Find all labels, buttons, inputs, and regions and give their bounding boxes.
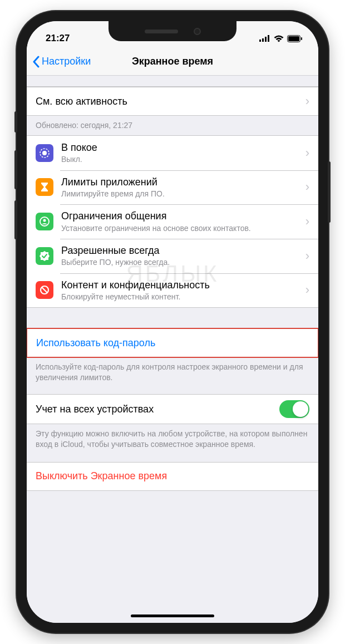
contact-icon — [36, 213, 53, 230]
battery-icon — [287, 35, 303, 42]
mute-switch — [14, 111, 17, 132]
chevron-right-icon: › — [305, 214, 309, 229]
svg-point-8 — [42, 151, 47, 155]
row-subtitle: Блокируйте неуместный контент. — [61, 292, 301, 302]
wifi-icon — [274, 35, 284, 42]
nav-bar: Настройки Экранное время — [27, 48, 318, 76]
row-label: В покое — [61, 141, 301, 154]
svg-rect-0 — [259, 40, 261, 42]
svg-rect-3 — [268, 35, 269, 42]
svg-rect-5 — [288, 36, 299, 41]
feature-row[interactable]: Контент и конфиденциальностьБлокируйте н… — [27, 273, 318, 308]
status-time: 21:27 — [46, 33, 70, 44]
svg-point-10 — [43, 219, 46, 222]
row-label: Контент и конфиденциальность — [61, 279, 301, 292]
svg-rect-6 — [301, 37, 302, 40]
svg-line-12 — [42, 287, 47, 293]
row-label: Использовать код-пароль — [36, 337, 155, 349]
share-toggle[interactable] — [279, 400, 309, 418]
feature-row[interactable]: В покоеВыкл.› — [27, 136, 318, 170]
check-icon — [36, 247, 53, 265]
use-passcode-row[interactable]: Использовать код-пароль — [27, 329, 318, 357]
see-all-activity-row[interactable]: См. всю активность › — [27, 87, 318, 115]
chevron-left-icon — [32, 56, 40, 68]
back-label: Настройки — [42, 56, 91, 67]
volume-up-button — [14, 150, 17, 189]
row-subtitle: Выберите ПО, нужное всегда. — [61, 257, 301, 267]
page-title: Экранное время — [132, 56, 213, 67]
hourglass-icon — [36, 178, 53, 196]
chevron-right-icon: › — [305, 249, 309, 263]
passcode-footer: Используйте код-пароль для контроля наст… — [27, 357, 318, 387]
row-subtitle: Выкл. — [61, 154, 301, 164]
volume-down-button — [14, 200, 17, 239]
row-label: Разрешенные всегда — [61, 244, 301, 257]
chevron-right-icon: › — [305, 283, 309, 297]
activity-updated-footer: Обновлено: сегодня, 21:27 — [27, 116, 318, 135]
row-label: Ограничения общения — [61, 210, 301, 223]
cellular-icon — [259, 35, 270, 42]
feature-row[interactable]: Ограничения общенияУстановите ограничени… — [27, 204, 318, 239]
row-label: Учет на всех устройствах — [36, 403, 279, 416]
feature-row[interactable]: Лимиты приложенийЛимитируйте время для П… — [27, 170, 318, 205]
turn-off-screen-time-row[interactable]: Выключить Экранное время — [27, 463, 318, 490]
moon-icon — [36, 144, 53, 162]
row-label: См. всю активность — [36, 95, 301, 108]
back-button[interactable]: Настройки — [32, 56, 91, 68]
phone-frame: 21:27 Настройки Экранное время — [17, 11, 328, 633]
row-subtitle: Установите ограничения на основе своих к… — [61, 223, 301, 233]
chevron-right-icon: › — [305, 180, 309, 194]
share-across-devices-row[interactable]: Учет на всех устройствах — [27, 395, 318, 424]
row-label: Лимиты приложений — [61, 176, 301, 189]
row-label: Выключить Экранное время — [36, 470, 167, 482]
home-indicator[interactable] — [131, 614, 214, 617]
svg-rect-2 — [265, 37, 267, 42]
share-footer: Эту функцию можно включить на любом устр… — [27, 424, 318, 454]
chevron-right-icon: › — [305, 94, 309, 109]
chevron-right-icon: › — [305, 146, 309, 160]
notch — [109, 21, 236, 41]
screen: 21:27 Настройки Экранное время — [27, 21, 318, 623]
nosign-icon — [36, 281, 53, 299]
row-subtitle: Лимитируйте время для ПО. — [61, 189, 301, 199]
svg-rect-1 — [262, 38, 264, 42]
power-button — [328, 161, 331, 223]
content-scroll[interactable]: См. всю активность › Обновлено: сегодня,… — [27, 76, 318, 623]
feature-row[interactable]: Разрешенные всегдаВыберите ПО, нужное вс… — [27, 239, 318, 273]
